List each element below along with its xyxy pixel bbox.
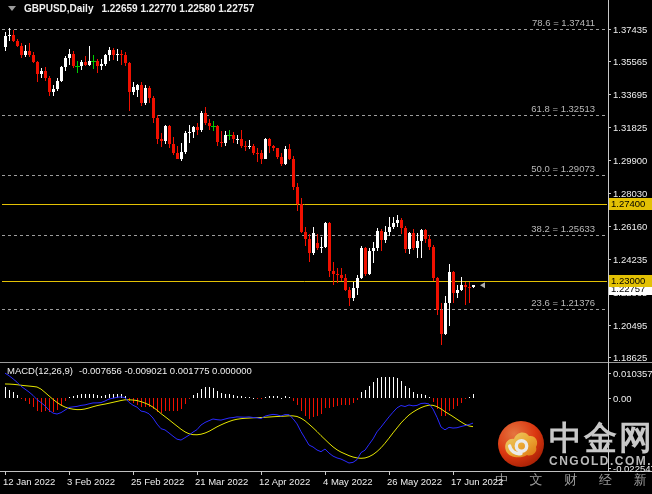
price-axis-label: 1.24235 [613,254,647,265]
time-axis-tick [261,471,262,475]
time-axis-tick [69,471,70,475]
price-axis-tick [608,29,611,30]
fib-level-label: 23.6 = 1.21376 [440,297,595,308]
price-axis-label: 1.26160 [613,221,647,232]
price-axis-tick [608,357,611,358]
symbol-period-label: GBPUSD,Daily [24,3,93,14]
macd-axis-tick [608,398,611,399]
price-axis-label: 1.20495 [613,320,647,331]
macd-pane-separator[interactable] [0,362,652,363]
time-axis-tick [5,471,6,475]
time-axis-tick [389,471,390,475]
watermark-brand-text: 中金网 [549,421,652,454]
price-axis-label: 1.35565 [613,56,647,67]
price-axis-label: 1.33695 [613,89,647,100]
price-axis-label: 1.18625 [613,352,647,363]
price-axis-tick [608,127,611,128]
price-axis-tick [608,325,611,326]
time-axis-tick [453,471,454,475]
chart-header: GBPUSD,Daily 1.22659 1.22770 1.22580 1.2… [8,3,254,14]
macd-axis-label: -0.022547 [613,463,652,474]
time-axis-tick [325,471,326,475]
macd-axis-tick [608,373,611,374]
fib-level-label: 78.6 = 1.37411 [440,17,595,28]
macd-indicator-label: MACD(12,26,9)-0.007656 -0.009021 0.00177… [7,365,252,376]
price-axis-label: 1.37435 [613,24,647,35]
time-axis-label: 25 Feb 2022 [131,476,184,487]
price-axis-line[interactable] [608,0,609,471]
time-axis-tick [133,471,134,475]
macd-axis-tick [608,468,611,469]
fib-level-label: 38.2 = 1.25633 [440,223,595,234]
time-axis-label: 21 Mar 2022 [195,476,248,487]
macd-axis-label: 0.010357 [613,368,652,379]
time-axis-label: 4 May 2022 [323,476,373,487]
price-axis-tick [608,61,611,62]
price-axis-label: 1.29900 [613,155,647,166]
time-axis-label: 12 Apr 2022 [259,476,310,487]
price-axis-tick [608,160,611,161]
fib-level-label: 50.0 = 1.29073 [440,163,595,174]
time-axis-tick [197,471,198,475]
price-axis-label: 1.31825 [613,122,647,133]
fib-level-label: 61.8 = 1.32513 [440,103,595,114]
chart-menu-arrow-icon[interactable] [8,6,16,11]
price-axis-tick [608,193,611,194]
hline-price-box: 1.23000 [609,275,652,287]
time-axis-label: 26 May 2022 [387,476,442,487]
hline-price-box: 1.27400 [609,198,652,210]
price-axis-tick [608,259,611,260]
time-axis-label: 3 Feb 2022 [67,476,115,487]
macd-values: -0.007656 -0.009021 0.001775 0.000000 [79,365,252,376]
macd-name: MACD(12,26,9) [7,365,73,376]
cngold-logo-icon [497,420,545,468]
time-axis-label: 17 Jun 2022 [451,476,503,487]
watermark: 中金网 CNGOLD.COM.CN 中 文 财 经 新 媒 体 [497,420,652,489]
ohlc-values-label: 1.22659 1.22770 1.22580 1.22757 [101,3,254,14]
macd-axis-label: 0.00 [613,393,632,404]
mt4-chart-window: 中金网 CNGOLD.COM.CN 中 文 财 经 新 媒 体 GBPUSD,D… [0,0,652,494]
price-axis-tick [608,226,611,227]
price-axis-tick [608,94,611,95]
time-axis-label: 12 Jan 2022 [3,476,55,487]
